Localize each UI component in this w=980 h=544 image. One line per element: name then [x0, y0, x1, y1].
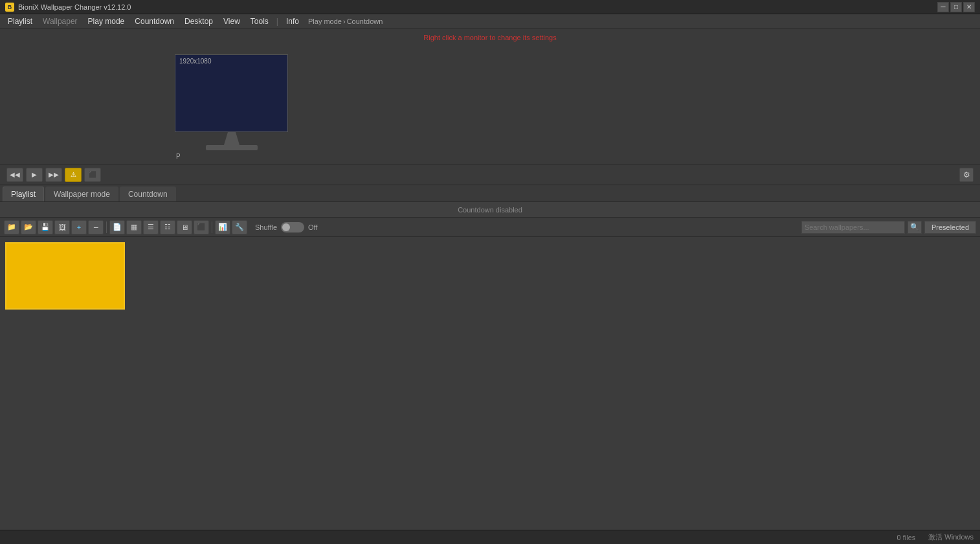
- shuffle-area: Shuffle Off: [255, 222, 318, 232]
- menu-separator: |: [274, 17, 281, 26]
- menu-wallpaper[interactable]: Wallpaper: [38, 16, 83, 27]
- breadcrumb-separator: ›: [343, 17, 346, 25]
- shuffle-state: Off: [308, 223, 317, 231]
- toolbar-separator-2: [212, 221, 212, 233]
- tab-wallpaper-mode[interactable]: Wallpaper mode: [45, 187, 118, 201]
- playback-controls: ◀◀ ▶ ▶▶ ⚠ ⬛ ⚙: [0, 164, 980, 185]
- monitor-label: P: [176, 153, 181, 160]
- monitor-view-button[interactable]: 🖥: [177, 220, 192, 234]
- wallpaper-thumbnail[interactable]: [5, 242, 125, 310]
- monitor-area: Right click a monitor to change its sett…: [0, 28, 980, 164]
- tab-bar: Playlist Wallpaper mode Countdown: [0, 185, 980, 202]
- shuffle-label: Shuffle: [255, 223, 277, 231]
- countdown-status: Countdown disabled: [458, 206, 522, 214]
- warn-button[interactable]: ⚠: [65, 168, 82, 182]
- detail-view-button[interactable]: ☷: [160, 220, 175, 234]
- open-button[interactable]: 📂: [21, 220, 36, 234]
- thumbnail-view-button[interactable]: ▦: [126, 220, 142, 234]
- monitor-base: [206, 145, 258, 150]
- shuffle-knob: [282, 223, 290, 231]
- tool-button[interactable]: 🔧: [232, 220, 247, 234]
- toolbar: 📁 📂 💾 🖼 + − 📄 ▦ ☰ ☷ 🖥 ⬛ 📊 🔧 Shuffle Off …: [0, 218, 980, 237]
- left-panel: [6, 35, 168, 157]
- window-controls: ─ □ ✕: [937, 2, 975, 12]
- maximize-button[interactable]: □: [950, 2, 962, 12]
- play-button[interactable]: ▶: [26, 168, 43, 182]
- filter-button[interactable]: ⬛: [194, 220, 209, 234]
- toolbar-separator-1: [106, 221, 107, 233]
- add-folder-button[interactable]: +: [71, 220, 87, 234]
- menu-playlist[interactable]: Playlist: [3, 16, 38, 27]
- search-input[interactable]: [801, 221, 905, 234]
- menu-info[interactable]: Info: [281, 16, 304, 27]
- status-bar: 0 files 激活 Windows: [0, 530, 980, 544]
- close-button[interactable]: ✕: [963, 2, 975, 12]
- app-title: BioniX Wallpaper Changer v12.12.0: [18, 3, 937, 11]
- monitor-resolution: 1920x1080: [179, 58, 212, 65]
- settings-button-right[interactable]: ⚙: [959, 168, 974, 182]
- preselected-button[interactable]: Preselected: [924, 221, 976, 234]
- hint-text: Right click a monitor to change its sett…: [423, 34, 556, 41]
- countdown-bar: Countdown disabled: [0, 202, 980, 218]
- minimize-button[interactable]: ─: [937, 2, 949, 12]
- windows-activation-text: 激活 Windows: [928, 532, 974, 542]
- menu-countdown[interactable]: Countdown: [129, 16, 179, 27]
- tab-countdown[interactable]: Countdown: [120, 187, 176, 201]
- title-bar: B BioniX Wallpaper Changer v12.12.0 ─ □ …: [0, 0, 980, 14]
- add-images-button[interactable]: 🖼: [54, 220, 70, 234]
- monitor-preview[interactable]: 1920x1080: [175, 54, 288, 132]
- menu-view[interactable]: View: [218, 16, 245, 27]
- new-list-button[interactable]: 📄: [109, 220, 125, 234]
- breadcrumb-part2: Countdown: [347, 17, 383, 25]
- prev-button[interactable]: ◀◀: [6, 168, 23, 182]
- search-button[interactable]: 🔍: [908, 221, 922, 234]
- remove-button[interactable]: −: [88, 220, 104, 234]
- breadcrumb-part1: Play mode: [308, 17, 342, 25]
- search-area: 🔍 Preselected: [801, 221, 976, 234]
- monitor-display-area: Right click a monitor to change its sett…: [168, 35, 974, 157]
- new-folder-button[interactable]: 📁: [4, 220, 19, 234]
- app-icon: B: [5, 3, 14, 12]
- shuffle-toggle[interactable]: [281, 222, 304, 232]
- menu-bar: Playlist Wallpaper Play mode Countdown D…: [0, 14, 980, 28]
- next-button[interactable]: ▶▶: [45, 168, 62, 182]
- file-count: 0 files: [897, 534, 916, 541]
- save-button[interactable]: 💾: [38, 220, 53, 234]
- chart-button[interactable]: 📊: [215, 220, 230, 234]
- monitor-container[interactable]: 1920x1080 P: [175, 41, 288, 160]
- menu-desktop[interactable]: Desktop: [179, 16, 218, 27]
- content-area: [0, 237, 980, 528]
- menu-playmode[interactable]: Play mode: [83, 16, 130, 27]
- list-view-button[interactable]: ☰: [143, 220, 159, 234]
- menu-tools[interactable]: Tools: [245, 16, 274, 27]
- tab-playlist[interactable]: Playlist: [3, 187, 44, 201]
- breadcrumb: Play mode › Countdown: [304, 17, 386, 25]
- monitor-stand: [222, 132, 241, 145]
- screen-button[interactable]: ⬛: [84, 168, 101, 182]
